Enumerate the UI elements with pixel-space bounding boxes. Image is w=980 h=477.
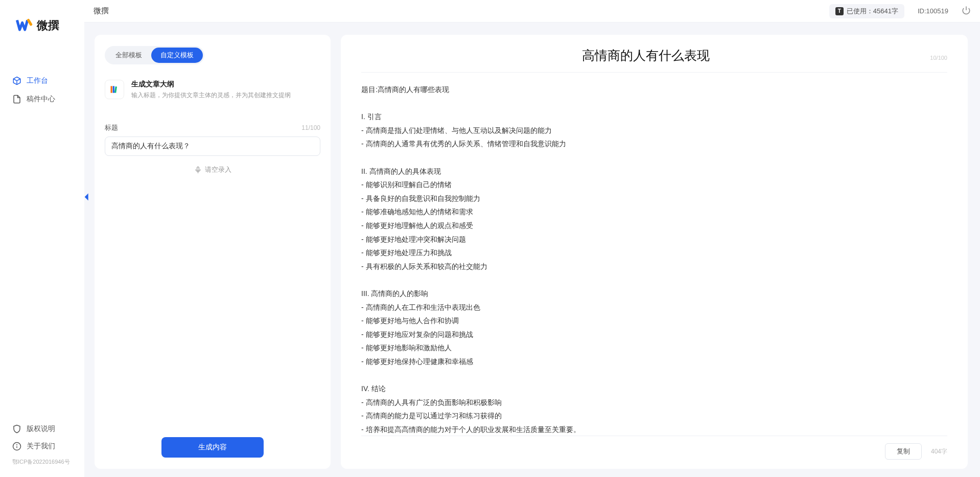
nav-label: 版权说明 [27, 424, 55, 434]
template-title: 生成文章大纲 [131, 80, 291, 89]
shield-icon [12, 424, 21, 434]
info-icon [12, 442, 21, 451]
cube-icon [12, 76, 21, 85]
usage-label: 已使用：45641字 [847, 7, 898, 16]
field-counter: 11/100 [301, 124, 320, 131]
output-title-counter: 10/100 [930, 55, 947, 61]
svg-rect-7 [197, 167, 199, 171]
nav: 工作台 稿件中心 [0, 46, 84, 108]
output-body[interactable]: 题目:高情商的人有哪些表现 I. 引言 - 高情商是指人们处理情绪、与他人互动以… [361, 83, 947, 436]
voice-hint-text: 请空录入 [205, 165, 231, 174]
template-card: 生成文章大纲 输入标题，为你提供文章主体的灵感，并为其创建推文提纲 [105, 76, 320, 110]
svg-rect-4 [111, 86, 112, 93]
usage-badge[interactable]: T 已使用：45641字 [829, 4, 904, 18]
nav-label: 稿件中心 [27, 95, 55, 104]
output-title: 高情商的人有什么表现 [361, 47, 930, 64]
tab-custom-templates[interactable]: 自定义模板 [151, 48, 203, 63]
template-icon [105, 80, 124, 99]
output-panel: 高情商的人有什么表现 10/100 题目:高情商的人有哪些表现 I. 引言 - … [341, 35, 968, 469]
sidebar-item-workspace[interactable]: 工作台 [0, 72, 84, 90]
logo-text: 微撰 [37, 18, 59, 33]
books-icon [109, 84, 120, 95]
app-title: 微撰 [94, 6, 109, 16]
input-panel: 全部模板 自定义模板 生成文章大纲 输入标题，为你提供文章主体的灵感，并为其创建… [95, 35, 331, 469]
document-icon [12, 95, 21, 104]
voice-input-hint[interactable]: 请空录入 [105, 165, 320, 174]
title-input[interactable] [105, 137, 320, 156]
generate-button[interactable]: 生成内容 [161, 437, 264, 458]
icp-text: 鄂ICP备2022016946号 [0, 455, 84, 466]
sidebar-collapse-handle[interactable] [82, 192, 89, 202]
logo-icon [15, 18, 33, 33]
svg-rect-6 [114, 86, 117, 93]
topbar: 微撰 T 已使用：45641字 ID:100519 [84, 0, 980, 22]
sidebar-item-about[interactable]: 关于我们 [0, 438, 84, 455]
nav-label: 关于我们 [27, 442, 55, 451]
nav-label: 工作台 [27, 76, 48, 85]
main: 微撰 T 已使用：45641字 ID:100519 全部模板 自定义模板 [84, 0, 980, 477]
svg-rect-5 [113, 86, 114, 93]
caret-left-icon [82, 192, 89, 202]
field-label: 标题 [105, 123, 118, 132]
sidebar-item-drafts[interactable]: 稿件中心 [0, 90, 84, 108]
template-tabs: 全部模板 自定义模板 [105, 46, 204, 64]
sidebar-item-copyright[interactable]: 版权说明 [0, 420, 84, 438]
microphone-icon [194, 166, 202, 174]
power-icon [962, 6, 971, 15]
copy-button[interactable]: 复制 [885, 443, 922, 460]
power-button[interactable] [962, 6, 971, 17]
template-desc: 输入标题，为你提供文章主体的灵感，并为其创建推文提纲 [131, 91, 291, 100]
tab-all-templates[interactable]: 全部模板 [106, 48, 151, 63]
sidebar: 微撰 工作台 稿件中心 版权说明 关于我们 鄂ICP备2022016946号 [0, 0, 84, 477]
svg-point-2 [17, 445, 17, 445]
word-count: 404字 [931, 447, 947, 456]
logo[interactable]: 微撰 [0, 0, 84, 46]
text-badge-icon: T [835, 7, 844, 15]
user-id: ID:100519 [918, 7, 948, 15]
